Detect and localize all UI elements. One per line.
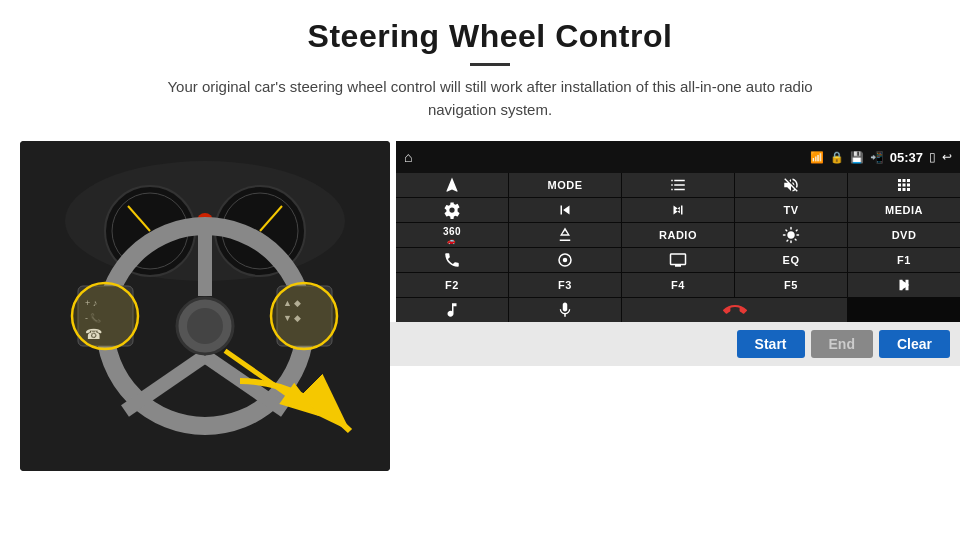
home-icon[interactable]: ⌂	[404, 149, 412, 165]
phone-button[interactable]	[396, 248, 508, 272]
lock-icon: 🔒	[830, 151, 844, 164]
apps-button[interactable]	[848, 173, 960, 197]
mic-button[interactable]	[509, 298, 621, 322]
subtitle: Your original car's steering wheel contr…	[140, 76, 840, 121]
panel-and-actions: ⌂ 📶 🔒 💾 📲 05:37 ▯ ↩	[390, 141, 960, 366]
page-container: Steering Wheel Control Your original car…	[0, 0, 980, 544]
svg-point-26	[563, 258, 568, 263]
end-button[interactable]: End	[811, 330, 873, 358]
music-button[interactable]	[396, 298, 508, 322]
call-end-button[interactable]	[622, 298, 847, 322]
cast-icon: ▯	[929, 150, 936, 164]
clear-button[interactable]: Clear	[879, 330, 950, 358]
header-section: Steering Wheel Control Your original car…	[0, 0, 980, 129]
prev-button[interactable]	[509, 198, 621, 222]
svg-point-23	[271, 283, 337, 349]
content-area: + ♪ - 📞 ☎ ▲ ◆ ▼ ◆	[0, 141, 980, 544]
action-bar: Start End Clear	[390, 322, 960, 366]
button-grid: MODE	[396, 173, 960, 322]
cam360-button[interactable]: 360 🚗	[396, 223, 508, 247]
back-icon: ↩	[942, 150, 952, 164]
start-button[interactable]: Start	[737, 330, 805, 358]
steering-wheel-image: + ♪ - 📞 ☎ ▲ ◆ ▼ ◆	[20, 141, 390, 471]
playpause-button[interactable]	[848, 273, 960, 297]
svg-point-22	[72, 283, 138, 349]
f5-button[interactable]: F5	[735, 273, 847, 297]
wifi-icon: 📶	[810, 151, 824, 164]
media-button[interactable]: MEDIA	[848, 198, 960, 222]
svg-point-14	[187, 308, 223, 344]
title-divider	[470, 63, 510, 66]
status-time: 05:37	[890, 150, 923, 165]
list-button[interactable]	[622, 173, 734, 197]
dvd-button[interactable]: DVD	[848, 223, 960, 247]
mode-button[interactable]: MODE	[509, 173, 621, 197]
radio-button[interactable]: RADIO	[622, 223, 734, 247]
bluetooth-icon: 📲	[870, 151, 884, 164]
f4-button[interactable]: F4	[622, 273, 734, 297]
status-left: ⌂	[404, 149, 412, 165]
f3-button[interactable]: F3	[509, 273, 621, 297]
screen-button[interactable]	[622, 248, 734, 272]
status-right: 📶 🔒 💾 📲 05:37 ▯ ↩	[810, 150, 952, 165]
next-button[interactable]	[622, 198, 734, 222]
brightness-button[interactable]	[735, 223, 847, 247]
sd-icon: 💾	[850, 151, 864, 164]
f2-button[interactable]: F2	[396, 273, 508, 297]
settings-button[interactable]	[396, 198, 508, 222]
f1-button[interactable]: F1	[848, 248, 960, 272]
eject-button[interactable]	[509, 223, 621, 247]
control-panel: ⌂ 📶 🔒 💾 📲 05:37 ▯ ↩	[396, 141, 960, 322]
nav-button[interactable]	[396, 173, 508, 197]
page-title: Steering Wheel Control	[40, 18, 940, 55]
status-bar: ⌂ 📶 🔒 💾 📲 05:37 ▯ ↩	[396, 141, 960, 173]
navi-circle-button[interactable]	[509, 248, 621, 272]
tv-button[interactable]: TV	[735, 198, 847, 222]
mute-button[interactable]	[735, 173, 847, 197]
eq-button[interactable]: EQ	[735, 248, 847, 272]
